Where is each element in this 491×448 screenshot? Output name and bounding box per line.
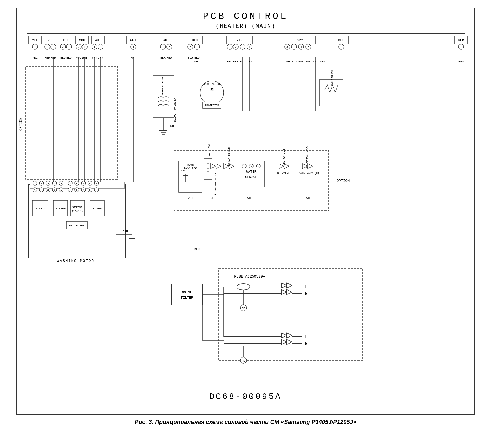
svg-point-258	[237, 284, 250, 290]
pcb-title: PCB CONTROL	[19, 11, 472, 22]
svg-text:WHT: WHT	[306, 197, 312, 200]
svg-text:3: 3	[47, 189, 49, 192]
svg-text:MAIN VALVE(C): MAIN VALVE(C)	[214, 173, 217, 195]
svg-text:MAIN VALVE(H): MAIN VALVE(H)	[306, 146, 309, 168]
svg-text:TACHO: TACHO	[36, 207, 44, 210]
svg-text:SENSOR: SENSOR	[245, 175, 258, 179]
svg-marker-275	[287, 333, 292, 338]
svg-marker-267	[281, 289, 287, 295]
svg-text:N: N	[305, 341, 308, 346]
svg-text:(150°C): (150°C)	[72, 210, 83, 213]
svg-text:OPTION: OPTION	[337, 179, 350, 183]
svg-text:WASHING HEATER: WASHING HEATER	[173, 98, 176, 122]
diagram-area: YEL 1 YEL 1 2 BLU 2 1 GRN	[19, 32, 472, 387]
diagram-wrapper: PCB CONTROL (HEATER) (MAIN) YEL 1 YEL 1	[16, 8, 475, 415]
svg-text:STATOR: STATOR	[72, 206, 83, 209]
svg-text:PNK: PNK	[306, 60, 311, 63]
svg-text:WHT: WHT	[130, 39, 136, 43]
svg-text:1: 1	[68, 46, 70, 49]
svg-text:PROTECTOR: PROTECTOR	[205, 104, 219, 107]
svg-text:FUSE AC250V20A: FUSE AC250V20A	[234, 275, 265, 279]
svg-marker-261	[281, 283, 287, 288]
svg-text:1: 1	[162, 46, 164, 49]
svg-text:WHT: WHT	[211, 197, 216, 200]
svg-text:M: M	[210, 87, 214, 93]
svg-text:2: 2	[189, 46, 191, 49]
svg-text:LOCK-S/W: LOCK-S/W	[184, 167, 197, 170]
svg-text:ROTOR: ROTOR	[93, 207, 102, 210]
svg-text:PE: PE	[242, 359, 245, 362]
svg-text:1: 1	[132, 46, 134, 49]
svg-text:5: 5	[60, 182, 62, 185]
svg-text:BLU: BLU	[194, 248, 200, 251]
svg-text:WHT: WHT	[194, 60, 200, 63]
svg-text:YEL: YEL	[47, 39, 54, 43]
svg-text:GRN: GRN	[123, 230, 128, 233]
svg-marker-281	[287, 339, 292, 345]
svg-text:PRE VALVE: PRE VALVE	[276, 172, 290, 175]
svg-text:RED: RED	[458, 60, 464, 63]
svg-text:1: 1	[293, 46, 295, 49]
svg-rect-250	[171, 284, 203, 305]
svg-text:4: 4	[54, 189, 55, 192]
doc-number: DC68-00095A	[19, 392, 472, 402]
svg-text:BLK: BLK	[233, 60, 238, 63]
svg-text:2: 2	[307, 46, 309, 49]
svg-text:L: L	[305, 335, 308, 339]
svg-text:DOOR: DOOR	[187, 164, 194, 166]
svg-text:N: N	[305, 291, 308, 296]
svg-marker-274	[281, 333, 287, 338]
svg-text:OPTION: OPTION	[19, 118, 23, 131]
svg-text:2: 2	[168, 46, 170, 49]
svg-text:5: 5	[60, 189, 62, 192]
svg-marker-220	[216, 164, 221, 169]
svg-text:6: 6	[76, 189, 77, 192]
svg-text:2: 2	[41, 189, 42, 192]
svg-text:RED: RED	[227, 60, 232, 63]
svg-text:0: 0	[70, 182, 71, 185]
svg-text:2: 2	[41, 182, 42, 185]
svg-text:WHT: WHT	[95, 39, 101, 43]
svg-text:1: 1	[229, 46, 231, 49]
svg-text:1: 1	[340, 46, 342, 49]
svg-text:3: 3	[286, 46, 288, 49]
svg-text:GRY: GRY	[297, 39, 303, 43]
svg-text:THERMISTOR: THERMISTOR	[330, 68, 334, 86]
svg-text:GRN: GRN	[79, 39, 85, 43]
svg-text:PROTECTOR: PROTECTOR	[69, 224, 85, 227]
svg-text:WATER: WATER	[246, 170, 256, 174]
pcb-subtitle: (HEATER) (MAIN)	[19, 23, 472, 30]
svg-text:BLU: BLU	[63, 39, 69, 43]
svg-text:4: 4	[300, 46, 302, 49]
svg-text:ORG: ORG	[285, 60, 290, 63]
svg-text:GRN: GRN	[169, 124, 174, 128]
svg-text:WHT: WHT	[163, 39, 169, 43]
figure-caption: Рис. 3. Принципиальная схема силовой час…	[135, 419, 356, 425]
svg-text:PNK: PNK	[298, 60, 304, 63]
svg-text:BLU: BLU	[240, 60, 245, 63]
svg-text:PE: PE	[242, 307, 245, 310]
svg-text:1: 1	[84, 46, 86, 49]
svg-text:1: 1	[34, 182, 35, 185]
svg-text:3: 3	[47, 182, 49, 185]
svg-text:RED: RED	[458, 39, 464, 43]
svg-text:4: 4	[54, 182, 55, 185]
svg-text:7: 7	[83, 189, 84, 192]
svg-text:FILTER: FILTER	[181, 296, 193, 300]
svg-text:2: 2	[62, 46, 64, 49]
svg-text:1: 1	[34, 189, 35, 192]
svg-text:8: 8	[89, 189, 90, 192]
svg-rect-255	[218, 268, 363, 360]
svg-text:4: 4	[249, 46, 250, 49]
svg-text:L: L	[305, 285, 308, 289]
svg-text:MAIN VALVE(H): MAIN VALVE(H)	[299, 172, 319, 175]
svg-text:BLU: BLU	[192, 39, 198, 43]
svg-text:STATOR: STATOR	[55, 207, 66, 210]
svg-text:1: 1	[196, 46, 198, 49]
schematic-svg: YEL 1 YEL 1 2 BLU 2 1 GRN	[19, 32, 473, 387]
svg-text:NTR: NTR	[236, 39, 243, 43]
svg-text:PUMP MOTOR: PUMP MOTOR	[204, 83, 220, 86]
svg-text:1: 1	[34, 46, 36, 49]
svg-text:2: 2	[78, 46, 79, 49]
svg-text:9: 9	[96, 189, 97, 192]
